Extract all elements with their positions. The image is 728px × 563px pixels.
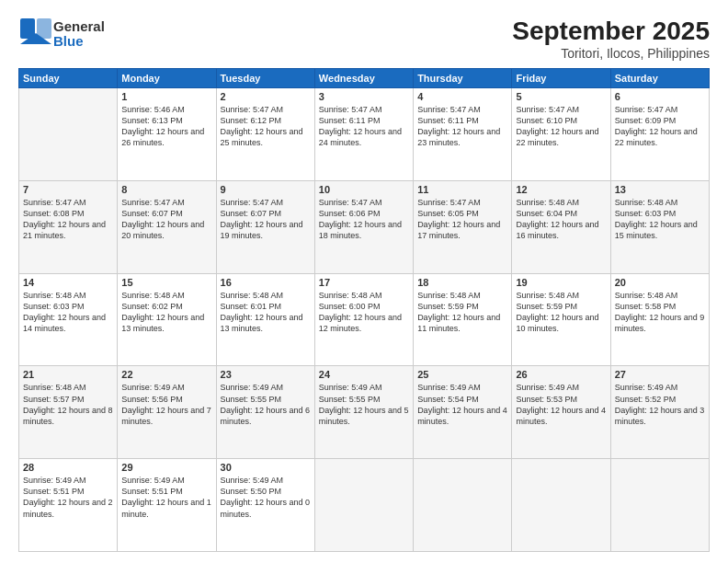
day-number: 28: [23, 462, 113, 473]
calendar-cell: 30 Sunrise: 5:49 AM Sunset: 5:50 PM Dayl…: [216, 459, 314, 552]
day-sunrise: Sunrise: 5:49 AM: [319, 383, 382, 392]
day-number: 5: [516, 91, 606, 102]
calendar-week-row-1: 1 Sunrise: 5:46 AM Sunset: 6:13 PM Dayli…: [19, 88, 710, 181]
day-sunrise: Sunrise: 5:48 AM: [121, 291, 185, 300]
day-sunrise: Sunrise: 5:47 AM: [23, 198, 86, 207]
calendar-cell: 11 Sunrise: 5:47 AM Sunset: 6:05 PM Dayl…: [414, 180, 512, 273]
day-sunset: Sunset: 5:56 PM: [121, 395, 183, 404]
day-sunrise: Sunrise: 5:48 AM: [615, 198, 678, 207]
day-sunset: Sunset: 5:55 PM: [221, 395, 282, 404]
header-thursday: Thursday: [414, 69, 512, 88]
day-number: 26: [516, 369, 606, 380]
logo-blue-text: Blue: [53, 34, 105, 50]
day-daylight: Daylight: 12 hours and 6 minutes.: [221, 406, 311, 426]
day-number: 4: [417, 91, 507, 102]
header-friday: Friday: [512, 69, 610, 88]
day-number: 19: [516, 277, 606, 288]
calendar-cell: [19, 88, 118, 181]
day-number: 24: [319, 369, 409, 380]
calendar-cell: 21 Sunrise: 5:48 AM Sunset: 5:57 PM Dayl…: [19, 366, 118, 459]
day-daylight: Daylight: 12 hours and 12 minutes.: [319, 313, 402, 333]
day-sunset: Sunset: 6:12 PM: [221, 116, 282, 125]
day-sunrise: Sunrise: 5:46 AM: [121, 105, 185, 114]
day-sunset: Sunset: 6:10 PM: [516, 116, 577, 125]
day-daylight: Daylight: 12 hours and 7 minutes.: [121, 406, 211, 426]
day-sunrise: Sunrise: 5:49 AM: [121, 383, 185, 392]
calendar-cell: [314, 459, 413, 552]
day-sunset: Sunset: 6:04 PM: [516, 209, 577, 218]
day-number: 30: [221, 462, 311, 473]
day-number: 25: [417, 369, 507, 380]
day-sunrise: Sunrise: 5:48 AM: [615, 291, 678, 300]
day-daylight: Daylight: 12 hours and 9 minutes.: [615, 313, 705, 333]
day-daylight: Daylight: 12 hours and 3 minutes.: [615, 406, 705, 426]
day-sunset: Sunset: 5:52 PM: [615, 395, 677, 404]
calendar-week-row-2: 7 Sunrise: 5:47 AM Sunset: 6:08 PM Dayli…: [19, 180, 710, 273]
header: General Blue September 2025 Toritori, Il…: [18, 17, 710, 61]
day-daylight: Daylight: 12 hours and 5 minutes.: [319, 406, 409, 426]
calendar-cell: [610, 459, 709, 552]
day-sunrise: Sunrise: 5:47 AM: [417, 105, 481, 114]
calendar-cell: 16 Sunrise: 5:48 AM Sunset: 6:01 PM Dayl…: [216, 273, 314, 366]
day-daylight: Daylight: 12 hours and 14 minutes.: [23, 313, 106, 333]
calendar-cell: 5 Sunrise: 5:47 AM Sunset: 6:10 PM Dayli…: [512, 88, 610, 181]
day-number: 1: [121, 91, 211, 102]
day-number: 13: [615, 184, 705, 195]
day-sunrise: Sunrise: 5:48 AM: [319, 291, 382, 300]
day-number: 21: [23, 369, 113, 380]
day-number: 15: [121, 277, 211, 288]
title-block: September 2025 Toritori, Ilocos, Philipp…: [512, 17, 710, 61]
day-sunset: Sunset: 6:08 PM: [23, 209, 85, 218]
day-sunset: Sunset: 6:11 PM: [319, 116, 381, 125]
day-sunset: Sunset: 6:13 PM: [121, 116, 183, 125]
day-daylight: Daylight: 12 hours and 13 minutes.: [221, 313, 303, 333]
calendar-title: September 2025: [512, 17, 710, 46]
day-sunrise: Sunrise: 5:48 AM: [23, 291, 86, 300]
day-sunset: Sunset: 5:59 PM: [417, 302, 479, 311]
day-daylight: Daylight: 12 hours and 25 minutes.: [221, 127, 303, 147]
day-sunrise: Sunrise: 5:48 AM: [23, 383, 86, 392]
logo-icon: [18, 17, 53, 52]
calendar-cell: 8 Sunrise: 5:47 AM Sunset: 6:07 PM Dayli…: [118, 180, 216, 273]
calendar-cell: 28 Sunrise: 5:49 AM Sunset: 5:51 PM Dayl…: [19, 459, 118, 552]
day-daylight: Daylight: 12 hours and 16 minutes.: [516, 220, 598, 240]
calendar-cell: 1 Sunrise: 5:46 AM Sunset: 6:13 PM Dayli…: [118, 88, 216, 181]
day-sunset: Sunset: 5:54 PM: [417, 395, 479, 404]
calendar-cell: 18 Sunrise: 5:48 AM Sunset: 5:59 PM Dayl…: [414, 273, 512, 366]
page: General Blue September 2025 Toritori, Il…: [0, 0, 728, 563]
day-sunrise: Sunrise: 5:47 AM: [121, 198, 185, 207]
day-daylight: Daylight: 12 hours and 4 minutes.: [516, 406, 606, 426]
day-sunrise: Sunrise: 5:49 AM: [516, 383, 579, 392]
day-daylight: Daylight: 12 hours and 1 minute.: [121, 498, 211, 518]
logo-text: General Blue: [53, 19, 105, 50]
day-sunset: Sunset: 5:53 PM: [516, 395, 577, 404]
day-sunrise: Sunrise: 5:48 AM: [516, 198, 579, 207]
day-daylight: Daylight: 12 hours and 8 minutes.: [23, 406, 113, 426]
day-sunrise: Sunrise: 5:47 AM: [516, 105, 579, 114]
day-sunrise: Sunrise: 5:49 AM: [221, 383, 284, 392]
day-number: 27: [615, 369, 705, 380]
day-sunset: Sunset: 5:51 PM: [121, 487, 183, 496]
day-sunrise: Sunrise: 5:47 AM: [221, 198, 284, 207]
day-daylight: Daylight: 12 hours and 13 minutes.: [121, 313, 204, 333]
day-daylight: Daylight: 12 hours and 23 minutes.: [417, 127, 500, 147]
day-number: 9: [221, 184, 311, 195]
day-number: 8: [121, 184, 211, 195]
day-daylight: Daylight: 12 hours and 15 minutes.: [615, 220, 698, 240]
day-daylight: Daylight: 12 hours and 22 minutes.: [615, 127, 698, 147]
day-sunset: Sunset: 5:59 PM: [516, 302, 577, 311]
calendar-cell: 2 Sunrise: 5:47 AM Sunset: 6:12 PM Dayli…: [216, 88, 314, 181]
calendar-cell: 24 Sunrise: 5:49 AM Sunset: 5:55 PM Dayl…: [314, 366, 413, 459]
calendar-week-row-5: 28 Sunrise: 5:49 AM Sunset: 5:51 PM Dayl…: [19, 459, 710, 552]
day-sunset: Sunset: 5:50 PM: [221, 487, 282, 496]
calendar-cell: 19 Sunrise: 5:48 AM Sunset: 5:59 PM Dayl…: [512, 273, 610, 366]
day-sunset: Sunset: 5:58 PM: [615, 302, 677, 311]
day-sunset: Sunset: 5:55 PM: [319, 395, 381, 404]
day-sunset: Sunset: 6:05 PM: [417, 209, 479, 218]
day-number: 18: [417, 277, 507, 288]
day-daylight: Daylight: 12 hours and 26 minutes.: [121, 127, 204, 147]
day-number: 2: [221, 91, 311, 102]
day-sunset: Sunset: 6:02 PM: [121, 302, 183, 311]
header-sunday: Sunday: [19, 69, 118, 88]
day-daylight: Daylight: 12 hours and 0 minutes.: [221, 498, 311, 518]
